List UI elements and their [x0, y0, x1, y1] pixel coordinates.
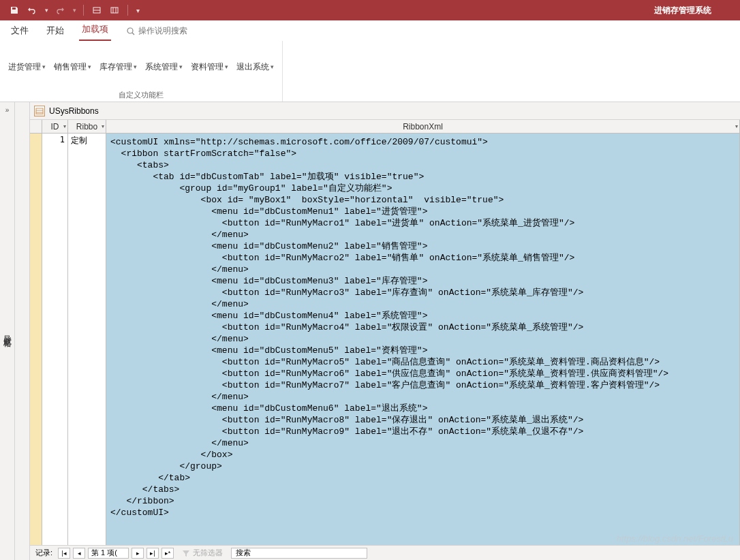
cell-ribbo[interactable]: 定制	[68, 134, 106, 545]
chevron-down-icon: ▾	[102, 123, 104, 129]
col-header-id[interactable]: ID▾	[42, 120, 68, 133]
svg-rect-2	[111, 7, 118, 13]
chevron-down-icon: ▾	[134, 63, 137, 70]
gutter	[15, 102, 30, 560]
svg-point-5	[127, 28, 133, 33]
object-tab[interactable]: USysRibbons	[30, 102, 740, 120]
record-navigator: 记录: |◂ ◂ 第 1 项( ▸ ▸| ▸* 无筛选器 搜索	[30, 545, 740, 560]
qat-icon-2[interactable]	[108, 4, 121, 16]
redo-dropdown-icon[interactable]: ▾	[73, 7, 76, 14]
tell-me-label: 操作说明搜索	[138, 25, 187, 37]
prev-record-button[interactable]: ◂	[73, 548, 85, 559]
chevron-down-icon: ▾	[735, 123, 738, 129]
chevron-down-icon: ▾	[271, 63, 274, 70]
ribbon-menu-1[interactable]: 销售管理▾	[51, 45, 94, 89]
datasheet: ID▾ Ribbo▾ RibbonXml▾ 1 定制 <customUI xml…	[30, 120, 740, 545]
chevron-down-icon: ▾	[225, 63, 228, 70]
last-record-button[interactable]: ▸|	[147, 548, 159, 559]
tab-addin[interactable]: 加载项	[79, 19, 111, 41]
qat-customize-icon[interactable]: ▾	[136, 7, 140, 14]
tab-file[interactable]: 文件	[8, 20, 31, 41]
filter-icon	[182, 549, 190, 557]
ribbon-menu-0[interactable]: 进货管理▾	[5, 45, 48, 89]
redo-icon[interactable]	[54, 4, 66, 16]
ribbon-tabs: 文件 开始 加载项 操作说明搜索	[0, 20, 740, 41]
new-record-button[interactable]: ▸*	[161, 548, 174, 559]
col-header-xml[interactable]: RibbonXml▾	[106, 120, 740, 133]
tab-home[interactable]: 开始	[44, 20, 67, 41]
search-icon	[126, 27, 136, 36]
select-all-cell[interactable]	[30, 120, 42, 133]
tell-me-search[interactable]: 操作说明搜索	[123, 21, 190, 41]
svg-line-6	[132, 33, 134, 35]
ribbon-menu-3[interactable]: 系统管理▾	[142, 45, 185, 89]
cell-xml[interactable]: <customUI xmlns="http://schemas.microsof…	[106, 134, 740, 545]
ribbon-group-custom: 进货管理▾ 销售管理▾ 库存管理▾ 系统管理▾ 资料管理▾ 退出系统▾ 自定义功…	[0, 41, 283, 102]
title-bar: ▾ ▾ ▾ 进销存管理系统	[0, 0, 740, 20]
object-tab-label: USysRibbons	[49, 106, 99, 116]
ribbon-group-label: 自定义功能栏	[5, 89, 277, 100]
cell-id[interactable]: 1	[42, 134, 68, 545]
ribbon-menu-2[interactable]: 库存管理▾	[97, 45, 140, 89]
header-row: ID▾ Ribbo▾ RibbonXml▾	[30, 120, 740, 134]
expand-nav-icon[interactable]: »	[0, 102, 14, 114]
row-selector[interactable]	[30, 134, 42, 545]
nav-pane-label: 导航窗格	[1, 328, 13, 334]
undo-icon[interactable]	[26, 4, 38, 16]
record-position[interactable]: 第 1 项(	[88, 548, 129, 559]
chevron-down-icon: ▾	[88, 63, 91, 70]
first-record-button[interactable]: |◂	[58, 548, 70, 559]
chevron-down-icon: ▾	[42, 63, 46, 70]
next-record-button[interactable]: ▸	[132, 548, 144, 559]
ribbon-menu-5[interactable]: 退出系统▾	[234, 45, 277, 89]
app-title: 进销存管理系统	[654, 5, 711, 16]
ribbon: 进货管理▾ 销售管理▾ 库存管理▾ 系统管理▾ 资料管理▾ 退出系统▾ 自定义功…	[0, 41, 740, 102]
record-label: 记录:	[33, 548, 55, 558]
svg-rect-7	[36, 108, 43, 114]
nav-pane-collapsed[interactable]: » 导航窗格	[0, 102, 15, 560]
undo-dropdown-icon[interactable]: ▾	[45, 7, 48, 14]
ribbon-menu-4[interactable]: 资料管理▾	[188, 45, 231, 89]
table-icon	[34, 106, 45, 116]
qat-icon-1[interactable]	[91, 4, 103, 16]
table-row: 1 定制 <customUI xmlns="http://schemas.mic…	[30, 134, 740, 545]
filter-indicator: 无筛选器	[176, 548, 228, 558]
save-icon[interactable]	[8, 4, 20, 16]
chevron-down-icon: ▾	[63, 123, 66, 129]
chevron-down-icon: ▾	[179, 63, 183, 70]
record-search[interactable]: 搜索	[231, 548, 367, 559]
col-header-ribbo[interactable]: Ribbo▾	[68, 120, 106, 133]
